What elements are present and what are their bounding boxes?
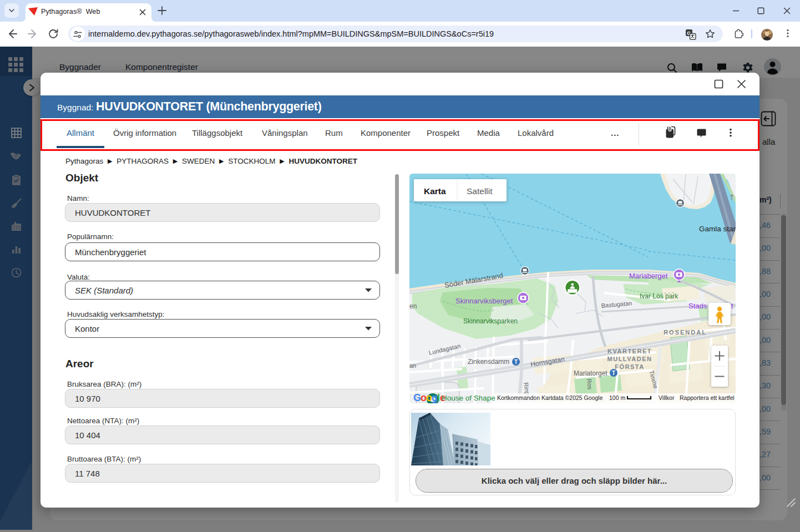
- svg-text:Skinnarviksberget: Skinnarviksberget: [455, 297, 513, 305]
- svg-text:KVARTERET: KVARTERET: [607, 348, 652, 354]
- svg-text:Villkor: Villkor: [659, 394, 675, 401]
- svg-text:Ros: Ros: [586, 378, 594, 390]
- svg-text:Rapportera ett kartfel: Rapportera ett kartfel: [680, 394, 735, 401]
- svg-text:Zinkensdamm: Zinkensdamm: [468, 358, 509, 366]
- svg-text:en: en: [409, 302, 417, 310]
- svg-text:Ivar Los park: Ivar Los park: [640, 292, 679, 300]
- svg-text:100 m: 100 m: [609, 394, 625, 401]
- svg-text:Mariaberget: Mariaberget: [629, 272, 668, 280]
- svg-text:Kartdata ©2025 Google: Kartdata ©2025 Google: [541, 394, 603, 401]
- svg-text:G: G: [413, 392, 421, 403]
- svg-text:Gamla stan: Gamla stan: [699, 225, 736, 233]
- svg-text:T: T: [612, 370, 615, 376]
- svg-text:ROSENDAL: ROSENDAL: [664, 329, 707, 336]
- svg-text:Satellit: Satellit: [467, 186, 493, 196]
- svg-text:Mariatorget: Mariatorget: [574, 369, 607, 377]
- svg-text:t: t: [731, 302, 733, 310]
- svg-text:Skinnarviksparken: Skinnarviksparken: [463, 317, 518, 325]
- svg-text:Kortkommandon: Kortkommandon: [497, 394, 540, 401]
- svg-text:MULLVADEN: MULLVADEN: [607, 356, 652, 362]
- svg-text:Karta: Karta: [424, 186, 446, 196]
- svg-text:Stads: Stads: [688, 302, 707, 310]
- svg-text:House of Shape: House of Shape: [442, 394, 495, 402]
- svg-text:FÖRSTA: FÖRSTA: [615, 363, 644, 370]
- svg-text:T: T: [514, 359, 518, 365]
- svg-text:an: an: [409, 362, 416, 369]
